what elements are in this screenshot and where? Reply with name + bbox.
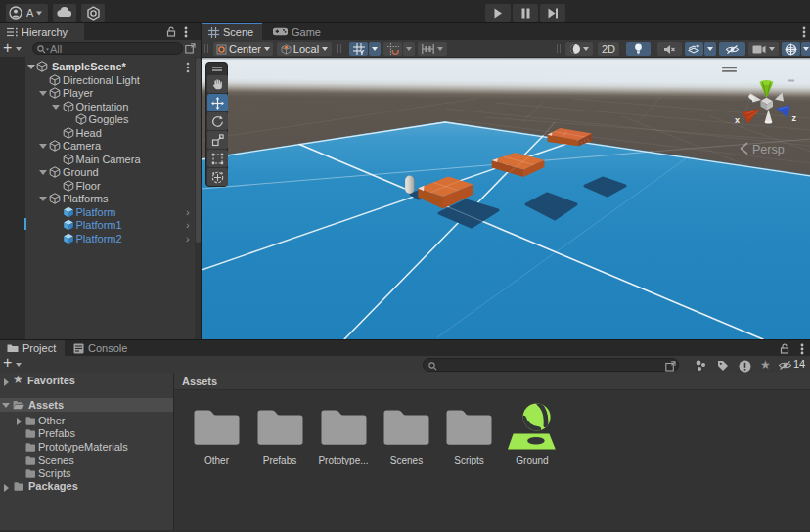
svg-text:Persp: Persp [752,143,785,156]
svg-text:A: A [26,7,34,19]
svg-text:x: x [735,115,740,125]
svg-text:z: z [792,113,797,123]
svg-text:Y: Y [359,49,364,55]
